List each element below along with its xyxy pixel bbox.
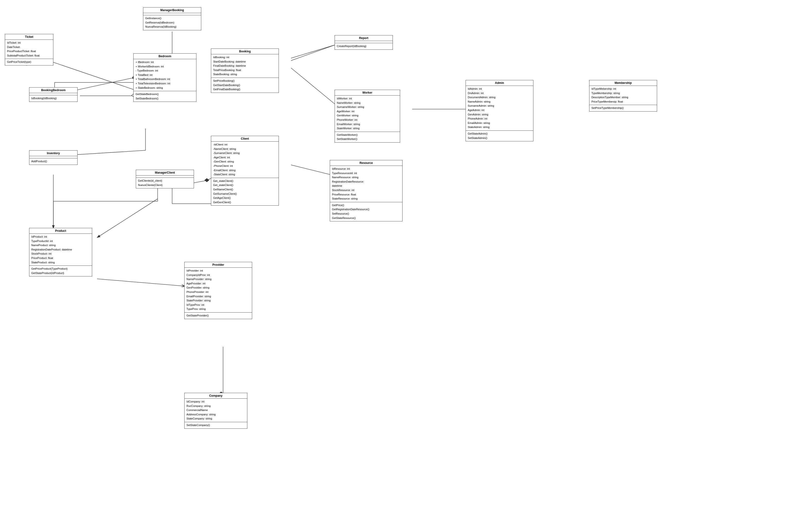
worker-methods: GetStateWorker() SetStateWorker()	[335, 132, 400, 142]
company-methods: SetStateCompany()	[185, 422, 247, 429]
booking-bedroom-methods: IsBooking(IdBooking)	[29, 95, 77, 101]
admin-header: Admin	[466, 80, 533, 86]
membership-class: Membership IdTypeMebership: int TypeMemb…	[589, 80, 657, 112]
svg-line-5	[68, 150, 146, 155]
resource-attributes: IdResource: int TypeResourcesId: int Nam…	[330, 166, 402, 202]
booking-methods: SetPriceBooking() GetStartDateBooking() …	[211, 78, 279, 93]
svg-line-11	[291, 165, 330, 175]
booking-bedroom-attributes	[29, 93, 77, 95]
ticket-attributes: IdTicket: int DateTicket: PriceProductTi…	[5, 40, 53, 59]
client-class: Client -IdClient: int -NameClient: strin…	[211, 136, 279, 206]
manager-client-header: ManagerClient	[136, 170, 194, 175]
ticket-methods: GetPriceTicket(type)	[5, 59, 53, 65]
membership-methods: SetPriceTypeMembership()	[590, 105, 657, 111]
company-class: Company IdCompany: int RucCompany: strin…	[184, 393, 247, 429]
manager-booking-methods: GetInstance() GetReserva(IdBedroom) Nuev…	[143, 15, 201, 30]
svg-line-8	[291, 68, 335, 104]
inventory-methods: AddProduct()	[29, 158, 77, 165]
connections-svg	[0, 0, 805, 532]
worker-header: Worker	[335, 90, 400, 96]
report-class: Report CreateReport(IdBooking)	[334, 35, 393, 50]
bedroom-attributes: + IBedroom: int + WorkerIdBedroom: int -…	[134, 59, 196, 91]
manager-booking-attributes	[143, 13, 201, 15]
report-attributes	[335, 41, 392, 43]
booking-class: Booking IdBooking: int StartDateBooking:…	[211, 49, 279, 93]
resource-methods: GetPrice() GetRegistrationDateResource()…	[330, 202, 402, 221]
worker-attributes: IdWorker: int NameWorker: string Surname…	[335, 96, 400, 132]
client-attributes: -IdClient: int -NameClient: string -Surn…	[211, 141, 279, 178]
booking-attributes: IdBooking: int StartDateBooking: datetim…	[211, 54, 279, 78]
inventory-header: Inventory	[29, 151, 77, 156]
client-header: Client	[211, 136, 279, 141]
booking-bedroom-class: BookingBedroom IsBooking(IdBooking)	[29, 87, 78, 102]
product-attributes: IdProduct: int TypeProductId: int NamePr…	[29, 234, 92, 266]
booking-header: Booking	[211, 49, 279, 54]
provider-methods: GetStateProvider()	[185, 312, 252, 319]
svg-line-29	[291, 45, 335, 58]
bedroom-header: Bedroom	[134, 54, 196, 59]
resource-class: Resource IdResource: int TypeResourcesId…	[330, 160, 402, 221]
svg-line-16	[49, 61, 134, 90]
membership-attributes: IdTypeMebership: int TypeMembership: str…	[590, 86, 657, 105]
admin-attributes: IdAdmin: int DniAdmin: int DocumentAdmin…	[466, 86, 533, 131]
manager-booking-class: ManagerBooking GetInstance() GetReserva(…	[143, 7, 201, 30]
inventory-class: Inventory AddProduct()	[29, 150, 78, 165]
product-header: Product	[29, 228, 92, 234]
ticket-class: Ticket IdTicket: int DateTicket: PricePr…	[5, 34, 53, 65]
booking-bedroom-header: BookingBedroom	[29, 88, 77, 93]
product-class: Product IdProduct: int TypeProductId: in…	[29, 228, 92, 277]
manager-booking-header: ManagerBooking	[143, 7, 201, 13]
diagram-container: Ticket IdTicket: int DateTicket: PricePr…	[0, 0, 805, 532]
bedroom-class: Bedroom + IBedroom: int + WorkerIdBedroo…	[133, 53, 196, 102]
ticket-header: Ticket	[5, 34, 53, 40]
company-attributes: IdCompany: int RucCompany: string Commer…	[185, 399, 247, 422]
report-methods: CreateReport(IdBooking)	[335, 43, 392, 50]
provider-class: Provider IdProvider: int CompanyIdProv: …	[184, 262, 252, 319]
worker-class: Worker IdWorker: int NameWorker: string …	[334, 90, 400, 142]
svg-line-14	[97, 279, 185, 286]
manager-client-attributes	[136, 175, 194, 178]
company-header: Company	[185, 393, 247, 399]
svg-line-7	[291, 45, 335, 61]
manager-client-class: ManagerClient GetCliente(id_client) Nuev…	[136, 170, 194, 188]
resource-header: Resource	[330, 160, 402, 166]
product-methods: GetPriceProduct(TypeProduct) GetStatePro…	[29, 266, 92, 276]
admin-methods: GetStateAdmin() SetStateAdmin()	[466, 131, 533, 141]
manager-client-methods: GetCliente(id_client) NuevoCliente(Clien…	[136, 178, 194, 188]
admin-class: Admin IdAdmin: int DniAdmin: int Documen…	[465, 80, 533, 141]
svg-line-13	[97, 199, 158, 238]
bedroom-methods: GetStateBedroom() SetStateBedroom()	[134, 91, 196, 101]
provider-attributes: IdProvider: int CompanyIdProv: int NameP…	[185, 268, 252, 312]
provider-header: Provider	[185, 262, 252, 268]
client-methods: Get_stateClient() Get_stateClient() GetN…	[211, 178, 279, 206]
svg-marker-23	[205, 178, 209, 182]
membership-header: Membership	[590, 80, 657, 86]
inventory-attributes	[29, 156, 77, 158]
report-header: Report	[335, 35, 392, 41]
